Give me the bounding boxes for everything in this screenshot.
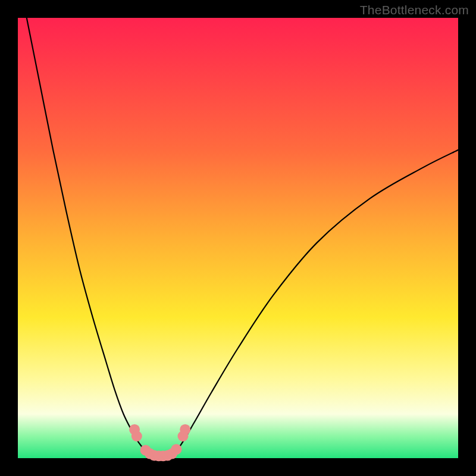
- curve-right-branch: [172, 150, 458, 455]
- chart-frame: TheBottleneck.com: [0, 0, 476, 476]
- curve-left-branch: [27, 18, 150, 455]
- marker-dot: [180, 424, 190, 435]
- marker-dot: [171, 444, 181, 455]
- plot-area: [18, 18, 458, 458]
- watermark-text: TheBottleneck.com: [360, 3, 469, 17]
- curve-layer: [18, 18, 458, 458]
- marker-dot: [131, 431, 142, 441]
